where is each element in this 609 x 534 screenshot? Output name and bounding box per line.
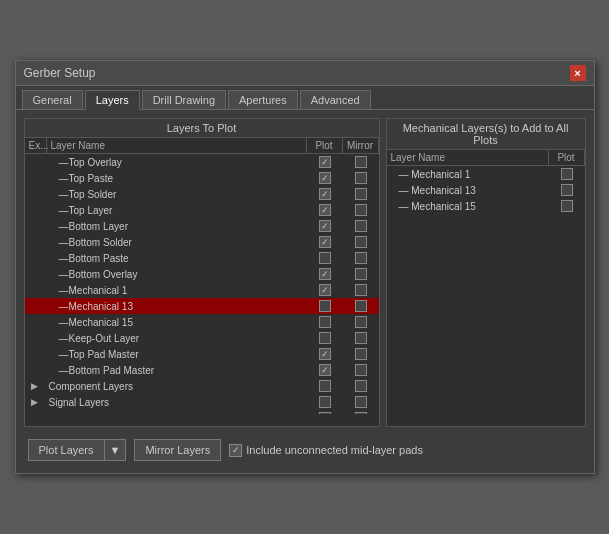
plot-checkbox[interactable] <box>319 316 331 328</box>
layer-plot-check[interactable] <box>307 332 343 344</box>
right-plot-checkbox[interactable] <box>561 184 573 196</box>
layer-plot-check[interactable] <box>307 316 343 328</box>
group-plot-check[interactable] <box>307 412 343 414</box>
plot-checkbox[interactable] <box>319 364 331 376</box>
layer-plot-check[interactable] <box>307 348 343 360</box>
layer-plot-check[interactable] <box>307 204 343 216</box>
mirror-checkbox[interactable] <box>355 300 367 312</box>
mirror-checkbox[interactable] <box>355 364 367 376</box>
group-mirror-check[interactable] <box>343 396 379 408</box>
layer-plot-check[interactable] <box>307 284 343 296</box>
mirror-checkbox[interactable] <box>355 188 367 200</box>
layer-mirror-check[interactable] <box>343 220 379 232</box>
layer-group-row[interactable]: ▶Signal Layers <box>25 394 379 410</box>
layer-mirror-check[interactable] <box>343 332 379 344</box>
layer-row[interactable]: —Top Overlay <box>25 154 379 170</box>
plot-checkbox[interactable] <box>319 348 331 360</box>
mirror-checkbox[interactable] <box>355 348 367 360</box>
right-layer-row[interactable]: — Mechanical 1 <box>387 166 585 182</box>
group-mirror-check[interactable] <box>343 380 379 392</box>
mirror-checkbox[interactable] <box>355 332 367 344</box>
right-layer-plot-check[interactable] <box>549 168 585 180</box>
tab-layers[interactable]: Layers <box>85 90 140 110</box>
layer-plot-check[interactable] <box>307 364 343 376</box>
layer-mirror-check[interactable] <box>343 284 379 296</box>
layer-mirror-check[interactable] <box>343 252 379 264</box>
layer-mirror-check[interactable] <box>343 348 379 360</box>
layer-row[interactable]: —Bottom Paste <box>25 250 379 266</box>
layer-plot-check[interactable] <box>307 236 343 248</box>
layer-plot-check[interactable] <box>307 268 343 280</box>
layer-row[interactable]: —Top Pad Master <box>25 346 379 362</box>
close-button[interactable]: × <box>570 65 586 81</box>
mirror-checkbox[interactable] <box>355 220 367 232</box>
layer-plot-check[interactable] <box>307 300 343 312</box>
plot-checkbox[interactable] <box>319 300 331 312</box>
layer-row[interactable]: —Bottom Pad Master <box>25 362 379 378</box>
group-plot-check[interactable] <box>307 380 343 392</box>
layer-row[interactable]: —Top Layer <box>25 202 379 218</box>
mirror-checkbox[interactable] <box>355 236 367 248</box>
plot-checkbox[interactable] <box>319 220 331 232</box>
layer-row[interactable]: —Top Solder <box>25 186 379 202</box>
plot-checkbox[interactable] <box>319 268 331 280</box>
layer-row[interactable]: —Bottom Layer <box>25 218 379 234</box>
layer-plot-check[interactable] <box>307 156 343 168</box>
right-layer-row[interactable]: — Mechanical 13 <box>387 182 585 198</box>
layer-group-row[interactable]: ▶Component Layers <box>25 378 379 394</box>
layer-row[interactable]: —Mechanical 15 <box>25 314 379 330</box>
layer-mirror-check[interactable] <box>343 236 379 248</box>
right-layer-plot-check[interactable] <box>549 184 585 196</box>
layer-row[interactable]: —Keep-Out Layer <box>25 330 379 346</box>
mirror-checkbox[interactable] <box>355 252 367 264</box>
layer-row[interactable]: —Top Paste <box>25 170 379 186</box>
mirror-checkbox[interactable] <box>355 172 367 184</box>
layer-row[interactable]: —Mechanical 1 <box>25 282 379 298</box>
plot-layers-dropdown[interactable]: ▼ <box>105 439 127 461</box>
layer-row[interactable]: —Bottom Overlay <box>25 266 379 282</box>
mirror-checkbox[interactable] <box>355 156 367 168</box>
plot-checkbox[interactable] <box>319 284 331 296</box>
plot-checkbox[interactable] <box>319 156 331 168</box>
layer-mirror-check[interactable] <box>343 172 379 184</box>
layer-mirror-check[interactable] <box>343 316 379 328</box>
plot-checkbox[interactable] <box>319 252 331 264</box>
layer-plot-check[interactable] <box>307 220 343 232</box>
mirror-checkbox[interactable] <box>355 316 367 328</box>
plot-checkbox[interactable] <box>319 412 331 414</box>
include-mid-layer-checkbox[interactable] <box>229 444 242 457</box>
mirror-checkbox[interactable] <box>355 396 367 408</box>
plot-checkbox[interactable] <box>319 332 331 344</box>
layer-mirror-check[interactable] <box>343 204 379 216</box>
plot-layers-button[interactable]: Plot Layers <box>28 439 105 461</box>
expand-arrow-icon[interactable]: ▶ <box>31 381 38 391</box>
layer-mirror-check[interactable] <box>343 188 379 200</box>
mirror-checkbox[interactable] <box>355 380 367 392</box>
tab-advanced[interactable]: Advanced <box>300 90 371 109</box>
layer-mirror-check[interactable] <box>343 268 379 280</box>
group-plot-check[interactable] <box>307 396 343 408</box>
layer-plot-check[interactable] <box>307 252 343 264</box>
right-plot-checkbox[interactable] <box>561 168 573 180</box>
plot-checkbox[interactable] <box>319 204 331 216</box>
layer-mirror-check[interactable] <box>343 156 379 168</box>
layer-mirror-check[interactable] <box>343 300 379 312</box>
layer-row[interactable]: —Mechanical 13 <box>25 298 379 314</box>
plot-checkbox[interactable] <box>319 172 331 184</box>
plot-checkbox[interactable] <box>319 188 331 200</box>
tab-general[interactable]: General <box>22 90 83 109</box>
plot-checkbox[interactable] <box>319 396 331 408</box>
expand-arrow-icon[interactable]: ▶ <box>31 397 38 407</box>
layer-plot-check[interactable] <box>307 172 343 184</box>
right-layer-row[interactable]: — Mechanical 15 <box>387 198 585 214</box>
tab-drill-drawing[interactable]: Drill Drawing <box>142 90 226 109</box>
layer-group-row[interactable]: ▶Electrical Layers <box>25 410 379 414</box>
plot-checkbox[interactable] <box>319 236 331 248</box>
right-plot-checkbox[interactable] <box>561 200 573 212</box>
right-layer-plot-check[interactable] <box>549 200 585 212</box>
mirror-layers-button[interactable]: Mirror Layers <box>134 439 221 461</box>
expand-arrow-icon[interactable]: ▶ <box>31 413 38 414</box>
plot-checkbox[interactable] <box>319 380 331 392</box>
layer-mirror-check[interactable] <box>343 364 379 376</box>
mirror-checkbox[interactable] <box>355 284 367 296</box>
